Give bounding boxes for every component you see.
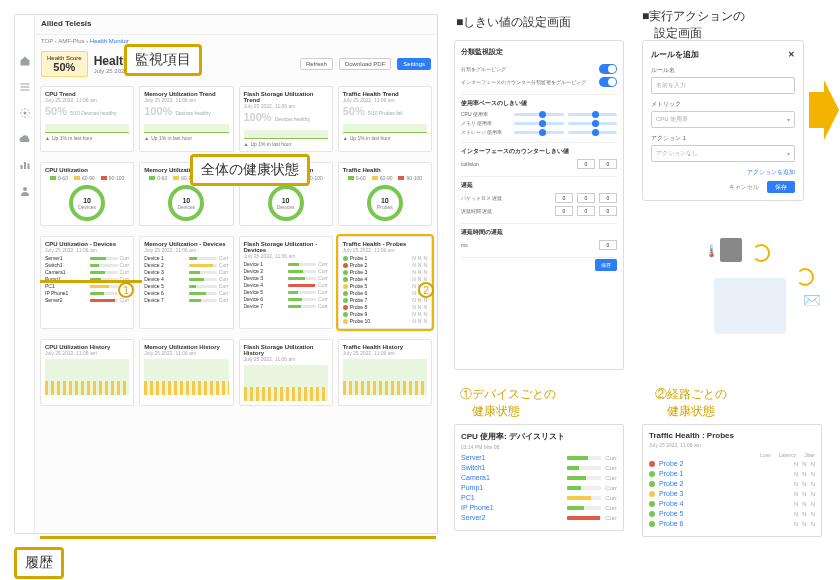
slider[interactable] xyxy=(568,113,617,116)
thermometer-icon: 🌡️ xyxy=(704,244,719,258)
list-item[interactable]: Probe 1NNN xyxy=(649,470,815,477)
sidebar xyxy=(15,15,35,533)
list-item[interactable]: Device 3Curr xyxy=(244,275,328,281)
list-item[interactable]: Device 2Curr xyxy=(244,268,328,274)
list-item[interactable]: Probe 7NNN xyxy=(343,297,427,303)
list-item[interactable]: Probe 3NNN xyxy=(649,490,815,497)
threshold-row[interactable]: 遅延時間 遅延000 xyxy=(461,206,617,216)
list-item[interactable]: Device 4Curr xyxy=(244,282,328,288)
list-item[interactable]: Probe 5NNN xyxy=(343,283,427,289)
close-icon[interactable]: ✕ xyxy=(788,50,795,59)
list-item[interactable]: Probe 2NNN xyxy=(343,262,427,268)
donut-chart: 10Devices xyxy=(268,185,304,221)
list-item[interactable]: Device 7Curr xyxy=(144,297,228,303)
list-item[interactable]: Device 6Curr xyxy=(144,290,228,296)
callout-overall-health: 全体の健康状態 xyxy=(190,154,310,186)
metric-select[interactable]: CPU 使用率▾ xyxy=(651,111,795,128)
settings-button[interactable]: Settings xyxy=(397,58,431,70)
trend-card[interactable]: Memory Utilization TrendJuly 25 2022, 11… xyxy=(139,86,233,152)
label-probe-health: ②経路ごとの 健康状態 xyxy=(655,386,727,420)
history-card[interactable]: Flash Storage Utilization HistoryJuly 25… xyxy=(239,339,333,406)
list-item[interactable]: IP Phone1Curr xyxy=(45,290,129,296)
add-action-link[interactable]: アクションを追加 xyxy=(747,168,795,177)
list-item[interactable]: Device 1Curr xyxy=(244,261,328,267)
threshold-row[interactable]: メモリ 使用率 xyxy=(461,120,617,126)
trend-card[interactable]: Traffic Health TrendJuly 25 2022, 11:06 … xyxy=(338,86,432,152)
svg-point-7 xyxy=(23,187,27,191)
action-select[interactable]: アクションなし▾ xyxy=(651,145,795,162)
list-item[interactable]: Device 2Curr xyxy=(144,262,228,268)
list-item[interactable]: Device 7Curr xyxy=(244,303,328,309)
chart-icon[interactable] xyxy=(19,159,31,171)
sparkline xyxy=(45,119,129,133)
list-icon[interactable] xyxy=(19,81,31,93)
list-item[interactable]: Probe 2NNN xyxy=(649,480,815,487)
refresh-button[interactable]: Refresh xyxy=(300,58,333,70)
history-card[interactable]: Traffic Health HistoryJuly 25 2022, 11:0… xyxy=(338,339,432,406)
history-card[interactable]: CPU Utilization HistoryJuly 25 2022, 11:… xyxy=(40,339,134,406)
device-list-card[interactable]: Memory Utilization - DevicesJuly 25 2022… xyxy=(139,236,233,329)
svg-rect-2 xyxy=(20,90,29,91)
list-item[interactable]: Server2Curr xyxy=(461,514,617,521)
list-item[interactable]: Camera1Curr xyxy=(45,269,129,275)
list-item[interactable]: Camera1Curr xyxy=(461,474,617,481)
list-item[interactable]: Server2Curr xyxy=(45,297,129,303)
history-card[interactable]: Memory Utilization HistoryJuly 25 2022, … xyxy=(139,339,233,406)
utilization-card[interactable]: Traffic Health 0-6060-9090-100 10Probes xyxy=(338,162,432,226)
device-list-card[interactable]: Traffic Health - ProbesJuly 25 2022, 11:… xyxy=(338,236,432,329)
workflow-illustration: 🌡️ ✉️ xyxy=(700,238,820,348)
svg-rect-0 xyxy=(20,84,29,85)
list-item[interactable]: Device 1Curr xyxy=(144,255,228,261)
slider[interactable] xyxy=(568,122,617,125)
list-item[interactable]: Probe 4NNN xyxy=(343,276,427,282)
list-item[interactable]: Device 5Curr xyxy=(144,283,228,289)
slider[interactable] xyxy=(514,131,563,134)
threshold-row[interactable]: パケットロス 遅延000 xyxy=(461,193,617,203)
list-item[interactable]: Probe 2NNN xyxy=(649,460,815,467)
slider[interactable] xyxy=(568,131,617,134)
gear-icon[interactable] xyxy=(19,107,31,119)
utilization-card[interactable]: CPU Utilization 0-6060-9090-100 10Device… xyxy=(40,162,134,226)
list-item[interactable]: Server1Curr xyxy=(45,255,129,261)
list-item[interactable]: Device 4Curr xyxy=(144,276,228,282)
list-item[interactable]: Probe 8NNN xyxy=(343,304,427,310)
slider[interactable] xyxy=(514,113,563,116)
list-item[interactable]: Server1Curr xyxy=(461,454,617,461)
callout-monitor-items: 監視項目 xyxy=(124,44,202,76)
save-button[interactable]: 保存 xyxy=(595,259,617,271)
slider[interactable] xyxy=(514,122,563,125)
threshold-row[interactable]: ストレージ 使用率 xyxy=(461,129,617,135)
list-item[interactable]: Probe 10NNN xyxy=(343,318,427,324)
home-icon[interactable] xyxy=(19,55,31,67)
device-list-card[interactable]: Flash Storage Utilization - DevicesJuly … xyxy=(239,236,333,329)
list-item[interactable]: Device 5Curr xyxy=(244,289,328,295)
list-item[interactable]: PC1Curr xyxy=(461,494,617,501)
toggle[interactable] xyxy=(599,64,617,74)
list-item[interactable]: IP Phone1Curr xyxy=(461,504,617,511)
trend-card[interactable]: Flash Storage Utilization TrendJuly 25 2… xyxy=(239,86,333,152)
toggle[interactable] xyxy=(599,77,617,87)
cloud-icon[interactable] xyxy=(19,133,31,145)
download-button[interactable]: Download PDF xyxy=(339,58,391,70)
save-button[interactable]: 保存 xyxy=(767,181,795,193)
action-settings-panel: ルールを追加✕ ルール名名前を入力 メトリックCPU 使用率▾ アクション 1ア… xyxy=(642,40,804,201)
trend-card[interactable]: CPU TrendJuly 25 2022, 11:06 am 50%5/10 … xyxy=(40,86,134,152)
list-item[interactable]: Probe 6NNN xyxy=(343,290,427,296)
list-item[interactable]: Probe 3NNN xyxy=(343,269,427,275)
list-item[interactable]: Device 6Curr xyxy=(244,296,328,302)
list-item[interactable]: Probe 6NNN xyxy=(649,520,815,527)
list-item[interactable]: Switch1Curr xyxy=(461,464,617,471)
list-item[interactable]: Probe 4NNN xyxy=(649,500,815,507)
list-item[interactable]: Device 3Curr xyxy=(144,269,228,275)
list-item[interactable]: Probe 1NNN xyxy=(343,255,427,261)
user-icon[interactable] xyxy=(19,185,31,197)
rule-name-input[interactable]: 名前を入力 xyxy=(651,77,795,94)
cancel-button[interactable]: キャンセル xyxy=(729,184,759,190)
list-item[interactable]: Probe 9NNN xyxy=(343,311,427,317)
chevron-down-icon: ▾ xyxy=(787,116,790,123)
list-item[interactable]: Probe 5NNN xyxy=(649,510,815,517)
list-item[interactable]: PC1Curr xyxy=(45,283,129,289)
threshold-row[interactable]: CPU 使用率 xyxy=(461,111,617,117)
list-item[interactable]: Switch1Curr xyxy=(45,262,129,268)
list-item[interactable]: Pump1Curr xyxy=(461,484,617,491)
